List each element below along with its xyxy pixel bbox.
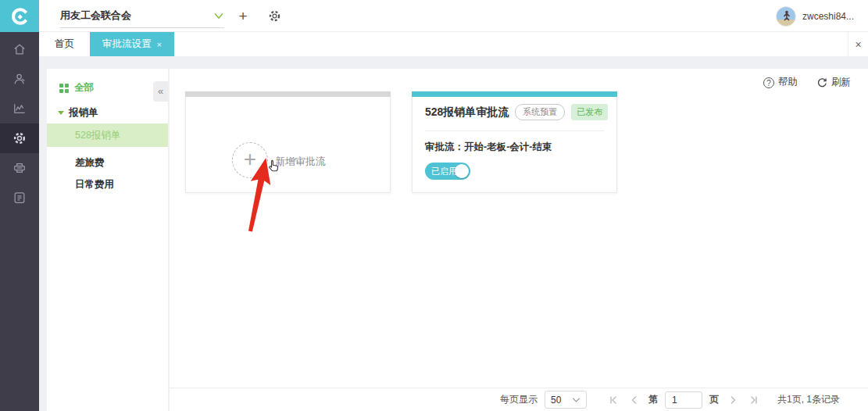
expand-triangle-icon: [58, 111, 64, 115]
per-page-label: 每页显示: [500, 393, 538, 406]
app-logo[interactable]: [0, 0, 39, 32]
pagination-bar: 每页显示 50 第 页 共1页, 1条记录: [170, 388, 868, 411]
tree-item-travel-expense[interactable]: 差旅费: [75, 156, 105, 170]
tree-group-expense[interactable]: 报销单: [58, 106, 98, 120]
category-tree-panel: « 全部 报销单 528报销单 差旅费 日常费用: [47, 69, 168, 411]
tree-group-label: 报销单: [69, 106, 98, 120]
tree-item-528-expense[interactable]: 528报销单: [47, 123, 168, 147]
first-page-button[interactable]: [606, 393, 620, 407]
org-settings-button[interactable]: [263, 0, 286, 32]
help-button[interactable]: ? 帮助: [763, 76, 798, 89]
page-prefix-label: 第: [648, 393, 658, 406]
flow-card-title-row: 528报销单审批流 系统预置 已发布: [425, 104, 608, 120]
last-page-icon: [749, 395, 759, 405]
card-divider: [425, 130, 604, 131]
flow-steps-value: 开始-老板-会计-结束: [464, 141, 552, 152]
tab-label: 审批流设置: [102, 38, 152, 51]
system-preset-badge: 系统预置: [515, 104, 565, 120]
chart-icon: [12, 101, 27, 116]
tree-item-all[interactable]: 全部: [59, 81, 94, 95]
sidebar-item-contacts[interactable]: [0, 64, 39, 94]
flow-steps-label: 审批流：: [425, 141, 464, 152]
settings-gear-icon: [12, 130, 27, 146]
prev-page-button[interactable]: [627, 393, 641, 407]
sidebar-item-invoice[interactable]: [0, 153, 39, 183]
username: zwceshi84...: [802, 11, 854, 22]
panel-actions: ? 帮助 刷新: [763, 76, 851, 89]
hand-cursor-icon: [266, 158, 282, 177]
close-all-tabs-icon[interactable]: ×: [848, 32, 868, 56]
org-selector[interactable]: 用友工会联合会: [60, 4, 224, 28]
user-icon: [12, 71, 27, 87]
sidebar-item-reports[interactable]: [0, 94, 39, 123]
tab-approval-flow-settings[interactable]: 审批流设置 ×: [90, 32, 174, 56]
topbar: 用友工会联合会 + zwceshi84...: [0, 0, 868, 32]
chevron-right-icon: [728, 395, 738, 405]
sidebar-item-report-forms[interactable]: [0, 183, 39, 213]
add-approval-flow-button[interactable]: +: [232, 142, 268, 178]
enabled-toggle[interactable]: 已启用: [425, 163, 470, 180]
next-page-button[interactable]: [726, 393, 740, 407]
collapse-panel-button[interactable]: «: [153, 81, 168, 102]
approval-flow-card-528: 528报销单审批流 系统预置 已发布 审批流：开始-老板-会计-结束 已启用: [412, 91, 617, 193]
nav-sidebar: [0, 32, 39, 411]
tab-home[interactable]: 首页: [39, 32, 90, 56]
plus-icon: +: [244, 148, 256, 170]
first-page-icon: [609, 395, 618, 405]
help-label: 帮助: [778, 76, 798, 89]
home-icon: [12, 41, 27, 57]
add-approval-flow-label: 新增审批流: [275, 155, 326, 169]
last-page-button[interactable]: [747, 393, 761, 407]
report-doc-icon: [12, 190, 27, 206]
sidebar-item-settings[interactable]: [0, 123, 39, 153]
refresh-button[interactable]: 刷新: [816, 76, 851, 89]
refresh-icon: [816, 77, 827, 88]
tab-close-icon[interactable]: ×: [157, 40, 162, 49]
per-page-select[interactable]: 50: [545, 391, 587, 409]
sidebar-item-home[interactable]: [0, 34, 39, 64]
invoice-printer-icon: [12, 160, 27, 176]
add-approval-flow-card: + 新增审批流: [185, 91, 391, 193]
help-icon: ?: [763, 77, 774, 88]
tree-item-daily-expense[interactable]: 日常费用: [75, 178, 114, 191]
gear-icon: [267, 9, 282, 23]
new-org-button[interactable]: +: [231, 0, 255, 32]
app-window: 用友工会联合会 + zwceshi84...: [0, 0, 868, 411]
flow-card-title: 528报销单审批流: [425, 105, 509, 120]
chanjet-logo-icon: [9, 6, 30, 27]
published-badge: 已发布: [571, 104, 608, 120]
tree-item-label: 全部: [74, 81, 94, 95]
tab-bar: 首页 审批流设置 × ×: [39, 32, 868, 56]
approval-flow-panel: ? 帮助 刷新 + 新增审批流 528报销单审批流 系统预置 已发布: [170, 69, 868, 411]
per-page-value: 50: [551, 395, 561, 406]
grid-icon: [59, 84, 69, 93]
flow-steps-row: 审批流：开始-老板-会计-结束: [425, 141, 552, 154]
user-menu[interactable]: zwceshi84...: [776, 0, 854, 32]
chevron-down-icon: [213, 13, 224, 20]
chevron-down-icon: [572, 397, 580, 403]
refresh-label: 刷新: [831, 76, 851, 89]
org-name: 用友工会联合会: [60, 9, 131, 23]
avatar: [776, 6, 796, 27]
page-number-input[interactable]: [665, 391, 702, 409]
records-summary: 共1页, 1条记录: [777, 393, 840, 406]
chevron-left-icon: [630, 395, 639, 405]
page-suffix-label: 页: [709, 393, 719, 406]
